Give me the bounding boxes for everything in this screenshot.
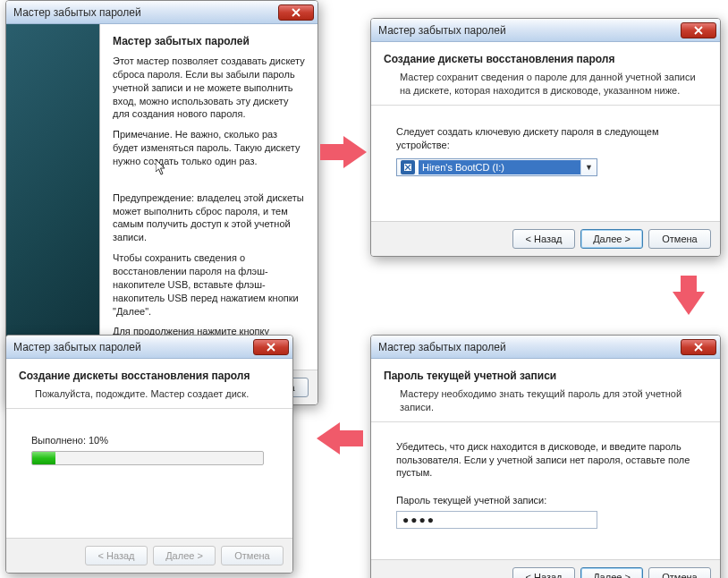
warning-text: Предупреждение: владелец этой дискеты мо… bbox=[113, 191, 305, 244]
flow-arrow-3 bbox=[317, 422, 340, 455]
password-input[interactable]: ●●●● bbox=[396, 511, 597, 529]
select-prompt: Следует создать ключевую дискету пароля … bbox=[396, 125, 707, 152]
step-subtext: Пожалуйста, подождите. Мастер создает ди… bbox=[35, 387, 280, 401]
titlebar[interactable]: Мастер забытых паролей bbox=[6, 336, 292, 359]
close-icon bbox=[694, 26, 703, 35]
close-button[interactable] bbox=[681, 22, 716, 38]
close-icon bbox=[292, 8, 301, 17]
flow-arrow-2 bbox=[673, 292, 705, 315]
drive-select-value: Hiren's BootCD (I:) bbox=[419, 160, 580, 174]
password-prompt: Убедитесь, что диск находится в дисковод… bbox=[396, 440, 707, 480]
separator bbox=[6, 408, 292, 409]
step-heading: Создание дискеты восстановления пароля bbox=[384, 53, 707, 65]
flow-arrow-1 bbox=[343, 136, 367, 168]
button-row: < Назад Далее > Отмена bbox=[371, 221, 720, 256]
next-button[interactable]: Далее > bbox=[580, 229, 643, 249]
progress-fill bbox=[32, 452, 55, 464]
cancel-button[interactable]: Отмена bbox=[648, 567, 711, 578]
wizard-step4: Мастер забытых паролей Создание дискеты … bbox=[5, 335, 293, 574]
step-heading: Создание дискеты восстановления пароля bbox=[19, 370, 280, 382]
step-heading: Мастер забытых паролей bbox=[113, 35, 305, 47]
wizard-step2: Мастер забытых паролей Создание дискеты … bbox=[370, 18, 721, 257]
separator bbox=[371, 421, 720, 422]
separator bbox=[371, 105, 720, 106]
step-subtext: Мастеру необходимо знать текущий пароль … bbox=[400, 387, 707, 414]
window-title: Мастер забытых паролей bbox=[13, 341, 253, 353]
close-icon bbox=[267, 343, 275, 352]
cancel-button[interactable]: Отмена bbox=[648, 229, 711, 249]
drive-select[interactable]: Hiren's BootCD (I:) ▼ bbox=[396, 158, 597, 176]
wizard-step3: Мастер забытых паролей Пароль текущей уч… bbox=[370, 335, 721, 578]
progress-bar bbox=[31, 451, 264, 465]
dialog-body: Создание дискеты восстановления пароля М… bbox=[371, 42, 720, 221]
button-row: < Назад Далее > Отмена bbox=[6, 538, 292, 573]
close-icon bbox=[694, 343, 703, 352]
password-label: Пароль текущей учетной записи: bbox=[396, 494, 707, 507]
close-button[interactable] bbox=[681, 339, 716, 355]
window-title: Мастер забытых паролей bbox=[13, 6, 278, 19]
button-row: < Назад Далее > Отмена bbox=[371, 559, 720, 578]
dialog-body: Создание дискеты восстановления пароля П… bbox=[6, 359, 292, 538]
titlebar[interactable]: Мастер забытых паролей bbox=[371, 19, 720, 42]
cancel-button: Отмена bbox=[221, 546, 284, 565]
back-button[interactable]: < Назад bbox=[512, 229, 575, 249]
titlebar[interactable]: Мастер забытых паролей bbox=[6, 1, 317, 24]
back-button[interactable]: < Назад bbox=[512, 567, 575, 578]
wizard-side-graphic bbox=[6, 24, 100, 370]
progress-label: Выполнено: 10% bbox=[31, 434, 280, 447]
usb-text: Чтобы сохранить сведения о восстановлени… bbox=[113, 251, 305, 318]
next-button: Далее > bbox=[153, 546, 216, 565]
chevron-down-icon[interactable]: ▼ bbox=[580, 159, 597, 175]
next-button[interactable]: Далее > bbox=[580, 567, 643, 578]
intro-text: Этот мастер позволяет создавать дискету … bbox=[113, 55, 305, 121]
dialog-body: Пароль текущей учетной записи Мастеру не… bbox=[371, 359, 720, 559]
note-text: Примечание. Не важно, сколько раз будет … bbox=[113, 128, 305, 168]
window-title: Мастер забытых паролей bbox=[378, 341, 681, 353]
titlebar[interactable]: Мастер забытых паролей bbox=[371, 336, 720, 359]
close-button[interactable] bbox=[253, 339, 289, 355]
back-button: < Назад bbox=[85, 546, 148, 565]
drive-icon bbox=[401, 160, 415, 174]
step-subtext: Мастер сохранит сведения о пароле для да… bbox=[400, 71, 707, 98]
step-heading: Пароль текущей учетной записи bbox=[384, 370, 707, 382]
window-title: Мастер забытых паролей bbox=[378, 24, 681, 37]
close-button[interactable] bbox=[278, 4, 314, 21]
dialog-body: Мастер забытых паролей Этот мастер позво… bbox=[6, 24, 317, 370]
mouse-cursor-icon bbox=[156, 159, 166, 175]
password-value: ●●●● bbox=[402, 514, 436, 526]
